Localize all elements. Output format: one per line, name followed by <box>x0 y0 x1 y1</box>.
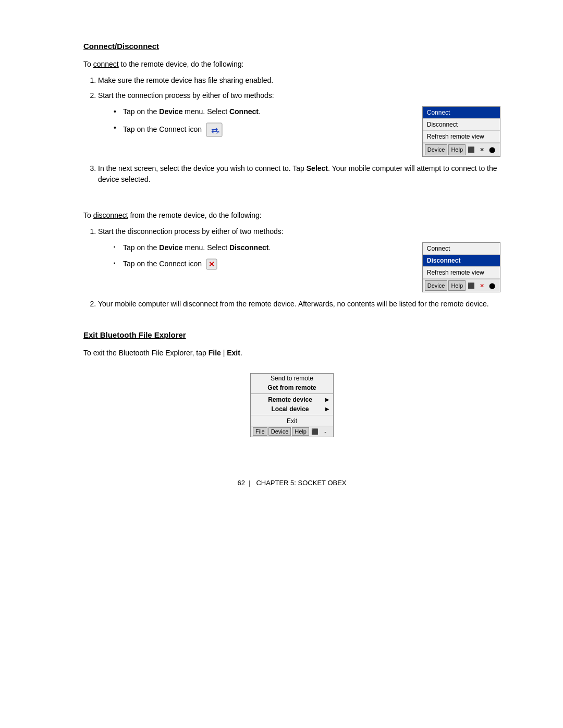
connect-steps-list: Make sure the remote device has file sha… <box>98 75 500 185</box>
connect-bullet-1: Tap on the Device menu. Select Connect. <box>114 106 422 117</box>
exit-label: Exit <box>227 349 240 357</box>
file-menu-local-device: Local device <box>251 404 333 414</box>
disconnect-menu-refresh: Refresh remote view <box>423 267 500 279</box>
help-tab-3: Help <box>292 427 309 436</box>
toolbar-icon-2: ✕ <box>477 145 486 154</box>
connect-disconnect-section: Connect/Disconnect To connect to the rem… <box>83 42 500 310</box>
chapter-title: CHAPTER 5: SOCKET OBEX <box>256 479 346 487</box>
connect-menu-refresh: Refresh remote view <box>423 131 500 143</box>
disconnect-menu-screenshot: Connect Disconnect Refresh remote view D… <box>422 242 500 293</box>
connect-menu-disconnect: Disconnect <box>423 119 500 131</box>
disconnect-step-1: Start the disconnection process by eithe… <box>98 226 500 293</box>
connect-disconnect-title: Connect/Disconnect <box>83 42 500 51</box>
connect-label: Connect <box>229 107 259 116</box>
device-label-2: Device <box>159 243 182 252</box>
disconnect-steps-list: Start the disconnection process by eithe… <box>98 226 500 310</box>
connect-menu-connect: Connect <box>423 107 500 119</box>
exit-bluetooth-section: Exit Bluetooth File Explorer To exit the… <box>83 330 500 437</box>
exit-bluetooth-title: Exit Bluetooth File Explorer <box>83 330 500 339</box>
connect-step-2: Start the connection process by either o… <box>98 90 500 157</box>
disconnect-menu-disconnect: Disconnect <box>423 255 500 267</box>
toolbar-icon-8: - <box>321 427 330 436</box>
file-menu-screenshot: Send to remote Get from remote Remote de… <box>250 373 334 437</box>
disconnect-step-2: Your mobile computer will disconnect fro… <box>98 299 500 310</box>
file-menu-divider-1 <box>251 393 333 394</box>
connect-intro: To connect to the remote device, do the … <box>83 59 500 70</box>
toolbar-icon-5: ✕ <box>477 281 486 290</box>
device-label-1: Device <box>159 107 182 116</box>
device-tab-2: Device <box>425 280 448 291</box>
device-tab: Device <box>425 144 448 155</box>
file-label: File <box>209 349 221 357</box>
select-label: Select <box>307 164 328 172</box>
disconnect-menu-connect: Connect <box>423 243 500 255</box>
disconnect-underline: disconnect <box>93 211 128 219</box>
connect-icon: ⇄ ↗ <box>206 122 223 137</box>
file-menu-remote-device: Remote device <box>251 395 333 404</box>
device-tab-3: Device <box>268 427 291 436</box>
connect-menu-screenshot: Connect Disconnect Refresh remote view D… <box>422 106 500 157</box>
file-menu-divider-2 <box>251 415 333 415</box>
toolbar-icon-7: ⬛ <box>310 427 320 436</box>
disconnect-bullet-2: Tap on the Connect icon ✕ <box>114 258 422 270</box>
svg-text:↗: ↗ <box>216 130 220 135</box>
file-menu-send: Send to remote <box>251 374 333 383</box>
toolbar-icon-1: ⬛ <box>467 145 476 154</box>
disconnect-bullet-1: Tap on the Device menu. Select Disconnec… <box>114 242 422 253</box>
chapter-footer: 62 | CHAPTER 5: SOCKET OBEX <box>83 479 500 487</box>
help-tab: Help <box>448 144 466 155</box>
disconnect-intro: To disconnect from the remote device, do… <box>83 210 500 221</box>
connect-underline: connect <box>93 60 119 68</box>
connect-bullet-2: Tap on the Connect icon ⇄ ↗ <box>114 122 422 137</box>
toolbar-icon-6: ⬤ <box>487 281 497 290</box>
chapter-number: 62 <box>237 479 244 487</box>
disconnect-icon: ✕ <box>206 258 217 270</box>
connect-step-1: Make sure the remote device has file sha… <box>98 75 500 86</box>
disconnect-label: Disconnect <box>229 243 268 252</box>
svg-text:✕: ✕ <box>209 260 215 268</box>
disconnect-menu-toolbar: Device Help ⬛ ✕ ⬤ <box>423 279 500 292</box>
connect-bullets-list: Tap on the Device menu. Select Connect. … <box>114 106 422 142</box>
connect-step-3: In the next screen, select the device yo… <box>98 163 500 185</box>
exit-intro: To exit the Bluetooth File Explorer, tap… <box>83 348 500 359</box>
help-tab-2: Help <box>448 280 466 291</box>
toolbar-icon-4: ⬛ <box>467 281 476 290</box>
file-menu-toolbar: File Device Help ⬛ - <box>251 426 333 437</box>
file-tab: File <box>253 427 267 436</box>
toolbar-icon-3: ⬤ <box>487 145 497 154</box>
file-menu-get: Get from remote <box>251 383 333 392</box>
disconnect-bullets-list: Tap on the Device menu. Select Disconnec… <box>114 242 422 275</box>
file-menu-exit: Exit <box>251 416 333 426</box>
connect-menu-toolbar: Device Help ⬛ ✕ ⬤ <box>423 143 500 156</box>
